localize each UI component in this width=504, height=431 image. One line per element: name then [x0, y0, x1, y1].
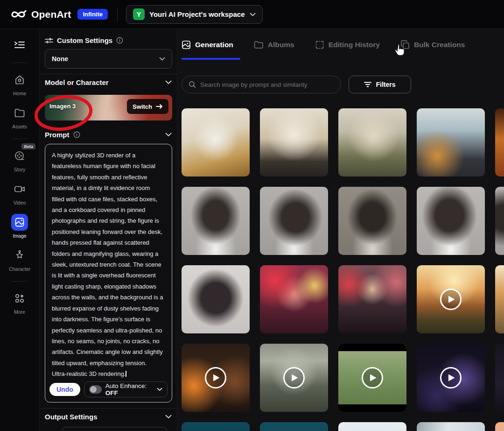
gallery-controls: Filters	[182, 76, 411, 93]
workspace-avatar: Y	[133, 8, 145, 20]
generation-icon	[182, 40, 191, 49]
generation-thumbnail-dark-octopus-tentacles-purple-video[interactable]	[417, 344, 485, 412]
generation-thumbnail-sunset-landscape-partial[interactable]	[495, 265, 504, 333]
generation-thumbnail-bakery-woman-blue-shirt-overalls[interactable]	[417, 108, 485, 177]
beta-badge: Beta	[21, 143, 35, 149]
letterbox-bar	[338, 344, 406, 351]
auto-enhance-control[interactable]: Auto Enhance: OFF	[84, 382, 168, 397]
prompt-section-header[interactable]: Prompt	[45, 131, 172, 139]
sidebar-item-character[interactable]: Character	[3, 247, 36, 272]
sidebar-item-more[interactable]: More	[3, 290, 36, 315]
generation-thumbnail-bakery-woman-olive-cardigan[interactable]	[338, 108, 406, 177]
model-section-header[interactable]: Model or Character	[45, 78, 172, 86]
tab-bar: GenerationAlbumsEditing HistoryBulk Crea…	[182, 40, 465, 49]
generation-grid	[182, 108, 504, 431]
openart-app: OpenArt Infinite Y Youri AI Project's wo…	[0, 0, 504, 431]
generation-thumbnail-aurora-teal-sky-partial[interactable]	[182, 422, 250, 431]
output-settings-title: Output Settings	[45, 413, 98, 421]
generation-thumbnail-aurora-teal-sky-partial-2[interactable]	[260, 422, 328, 431]
auto-enhance-toggle[interactable]	[89, 385, 102, 394]
generation-thumbnail-snowy-mountain-partial[interactable]	[417, 422, 485, 431]
play-button-icon[interactable]	[440, 289, 462, 310]
panel-divider	[40, 74, 177, 74]
prompt-textarea[interactable]: A highly stylized 3D render of a feature…	[45, 144, 172, 403]
model-card[interactable]: Imagen 3 Switch	[45, 95, 172, 120]
play-button-icon[interactable]	[440, 367, 462, 389]
more-icon	[11, 290, 28, 307]
generation-thumbnail-neon-street-blonde-pink-light[interactable]	[260, 265, 328, 333]
generation-thumbnail-peach-scene-partial[interactable]	[495, 422, 504, 431]
aspect-ratio-selector[interactable]: 16:9	[62, 427, 167, 431]
tab-generation[interactable]: Generation	[182, 40, 233, 49]
bulk-icon	[400, 40, 410, 49]
tab-label: Albums	[268, 41, 294, 49]
character-icon	[11, 247, 28, 264]
letterbox-bar	[338, 404, 406, 412]
generation-thumbnail-fire-warrior-burning-village-video[interactable]	[182, 344, 250, 412]
tab-bulk-creations[interactable]: Bulk Creations	[400, 40, 465, 49]
generation-thumbnail-warm-orange-scene-partial[interactable]	[495, 108, 504, 177]
search-input[interactable]	[200, 81, 334, 88]
brand-name: OpenArt	[31, 9, 71, 20]
home-icon	[11, 71, 28, 88]
generation-thumbnail-portrait-dark-hair-beige-wall[interactable]	[338, 187, 406, 255]
filters-button[interactable]: Filters	[349, 76, 411, 93]
generation-thumbnail-sunset-cliff-woman-pink-dress-video[interactable]	[417, 265, 485, 333]
search-bar[interactable]	[182, 76, 341, 93]
sidebar-item-home[interactable]: Home	[3, 71, 36, 96]
sidebar-item-story[interactable]: BetaStory	[3, 148, 36, 172]
sidebar-item-image[interactable]: Image	[3, 214, 36, 239]
generation-thumbnail-snowy-white-landscape-partial[interactable]	[338, 422, 406, 431]
generation-thumbnail-closeup-portrait-wavy-dark-hair[interactable]	[182, 265, 250, 333]
prompt-title: Prompt	[45, 131, 70, 139]
chevron-down-icon	[159, 57, 165, 61]
auto-enhance-label: Auto Enhance: OFF	[105, 382, 149, 396]
sidebar-divider	[12, 281, 28, 282]
tab-editing-history[interactable]: Editing History	[315, 40, 380, 49]
panel-divider	[40, 408, 177, 409]
generation-thumbnail-bakery-woman-black-apron-smiling[interactable]	[260, 108, 328, 177]
info-icon	[73, 131, 80, 138]
topbar-divider	[117, 7, 118, 21]
prompt-text[interactable]: A highly stylized 3D render of a feature…	[52, 150, 167, 380]
sidebar-divider	[12, 63, 28, 63]
undo-button[interactable]: Undo	[49, 383, 80, 396]
sidebar-item-label: Image	[13, 233, 26, 239]
custom-settings-dropdown[interactable]: None	[45, 49, 172, 69]
sidebar-item-assets[interactable]: Assets	[3, 105, 36, 129]
model-switch-button[interactable]: Switch	[127, 99, 168, 114]
chevron-down-icon[interactable]	[165, 80, 172, 85]
generation-thumbnail-neon-street-blonde-leather-jacket[interactable]	[338, 265, 406, 333]
text-caret	[126, 371, 126, 377]
custom-settings-value: None	[52, 55, 159, 63]
generation-thumbnail-knight-horseback-path-video-letterboxed[interactable]	[338, 344, 406, 412]
model-name: Imagen 3	[49, 103, 76, 110]
generation-thumbnail-portrait-dark-hair-looking-up[interactable]	[260, 187, 328, 255]
generation-thumbnail-portrait-dark-hair-side-glance[interactable]	[417, 187, 485, 255]
output-settings-header[interactable]: Output Settings	[45, 413, 172, 421]
settings-panel: Custom Settings None Model or Character …	[40, 29, 177, 431]
active-tab-underline	[182, 58, 240, 60]
switch-label: Switch	[133, 103, 152, 110]
tab-albums[interactable]: Albums	[254, 41, 294, 49]
custom-settings-title: Custom Settings	[57, 36, 112, 44]
generation-thumbnail-portrait-white-shirt-partial[interactable]	[495, 187, 504, 255]
play-button-icon[interactable]	[205, 367, 226, 389]
sliders-icon	[45, 37, 53, 44]
chevron-down-icon[interactable]	[157, 388, 162, 391]
sidebar-collapse[interactable]	[3, 36, 36, 53]
generation-thumbnail-bakery-woman-white-tshirt-croissant[interactable]	[182, 108, 250, 177]
workspace-selector[interactable]: Y Youri AI Project's workspace	[126, 5, 262, 24]
sidebar-item-video[interactable]: Video	[3, 181, 36, 205]
chevron-down-icon[interactable]	[165, 415, 172, 419]
left-sidebar: HomeAssetsBetaStoryVideoImageCharacterMo…	[0, 29, 40, 431]
generation-thumbnail-portrait-dark-hair-white-shirt-1[interactable]	[182, 187, 250, 255]
openart-logo[interactable]: OpenArt	[10, 9, 71, 20]
generation-thumbnail-knight-armor-field-video[interactable]	[260, 344, 328, 412]
chevron-down-icon[interactable]	[165, 133, 172, 137]
generation-thumbnail-dark-scene-partial[interactable]	[495, 344, 504, 412]
play-button-icon[interactable]	[283, 367, 305, 389]
play-button-icon[interactable]	[362, 367, 383, 389]
image-icon	[11, 214, 28, 231]
infinity-logo-icon	[10, 9, 27, 20]
